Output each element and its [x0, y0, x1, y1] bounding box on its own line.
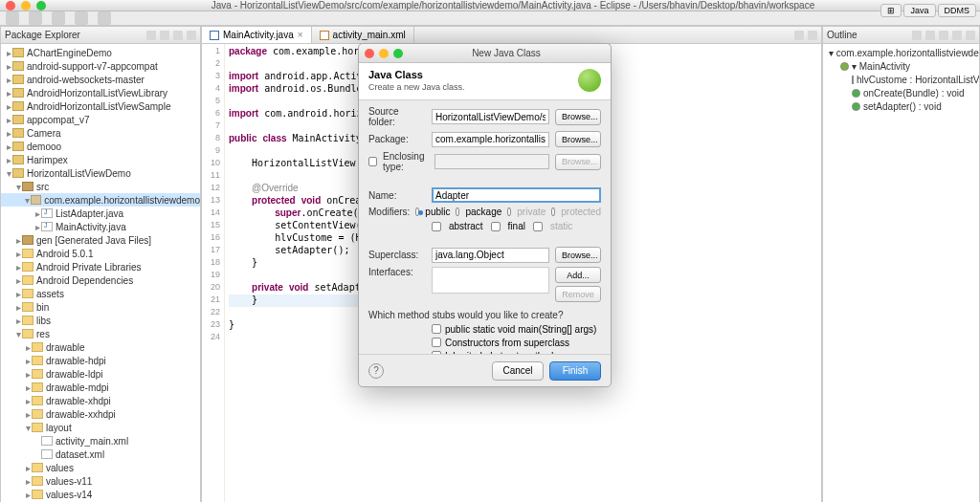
editor-tab-activitymain[interactable]: activity_main.xml — [312, 27, 414, 43]
debug-icon[interactable] — [75, 11, 88, 25]
tree-item[interactable]: ▸drawable — [1, 340, 200, 354]
modifier-protected-radio — [551, 207, 555, 216]
tree-item[interactable]: ▸Android Private Libraries — [1, 260, 200, 273]
new-java-class-dialog: New Java Class Java Class Create a new J… — [358, 43, 612, 387]
view-menu-icon[interactable] — [173, 31, 183, 40]
tree-item[interactable]: ▸bin — [1, 300, 200, 314]
tree-item[interactable]: ▸values-v11 — [1, 474, 200, 488]
tree-item[interactable]: ▸AChartEngineDemo — [1, 46, 200, 59]
tree-item[interactable]: activity_main.xml — [1, 434, 200, 447]
help-icon[interactable]: ? — [368, 363, 384, 379]
search-icon[interactable] — [98, 11, 111, 25]
editor-tabs: MainActivity.java × activity_main.xml — [202, 27, 821, 44]
editor-tab-mainactivity[interactable]: MainActivity.java × — [202, 27, 312, 43]
tree-item[interactable]: ▸Android 5.0.1 — [1, 247, 200, 260]
tree-item[interactable]: ▾src — [1, 180, 200, 193]
modifier-final-checkbox[interactable] — [491, 222, 501, 231]
view-menu-icon[interactable] — [952, 31, 962, 40]
class-icon — [578, 69, 601, 92]
tree-item[interactable]: ▸Harimpex — [1, 153, 200, 166]
cancel-button[interactable]: Cancel — [492, 361, 544, 381]
outline-item[interactable]: ▾ com.example.horizontallistviewdemo — [823, 46, 979, 59]
tree-item[interactable]: ▸ListAdapter.java — [1, 207, 200, 220]
tree-item[interactable]: ▸appcompat_v7 — [1, 113, 200, 126]
hide-fields-icon[interactable] — [925, 31, 935, 40]
tree-item[interactable]: ▸drawable-hdpi — [1, 354, 200, 367]
tree-item[interactable]: ▸android-websockets-master — [1, 73, 200, 86]
outline-item[interactable]: onCreate(Bundle) : void — [823, 86, 979, 99]
name-input[interactable] — [432, 187, 601, 203]
tree-item[interactable]: dataset.xml — [1, 447, 200, 461]
zoom-icon[interactable] — [36, 1, 46, 11]
close-icon[interactable] — [6, 1, 15, 11]
perspective-ddms[interactable]: DDMS — [938, 4, 977, 17]
package-input[interactable] — [432, 132, 549, 147]
maximize-editor-icon[interactable] — [808, 31, 817, 40]
browse-source-folder-button[interactable]: Browse... — [555, 109, 601, 125]
source-folder-label: Source folder: — [368, 106, 426, 127]
outline-panel: Outline ▾ com.example.horizontallistview… — [822, 26, 980, 502]
stub-checkbox[interactable] — [432, 324, 441, 334]
tree-item[interactable]: ▸MainActivity.java — [1, 220, 200, 233]
minimize-editor-icon[interactable] — [794, 31, 804, 40]
tree-item[interactable]: ▸AndroidHorizontalListViewLibrary — [1, 86, 200, 99]
outline-tree[interactable]: ▾ com.example.horizontallistviewdemo▾ Ma… — [823, 44, 979, 502]
save-icon[interactable] — [29, 11, 42, 25]
tree-item[interactable]: ▸drawable-ldpi — [1, 367, 200, 381]
tree-item[interactable]: ▸drawable-mdpi — [1, 381, 200, 394]
open-perspective-button[interactable]: ⊞ — [880, 4, 902, 17]
sort-icon[interactable] — [912, 31, 922, 40]
modifier-package-radio[interactable] — [456, 207, 459, 216]
tree-item[interactable]: ▸AndroidHorizontalListViewSample — [1, 99, 200, 113]
stub-checkbox[interactable] — [432, 338, 441, 347]
enclosing-type-checkbox[interactable] — [368, 157, 377, 166]
minimize-view-icon[interactable] — [966, 31, 975, 40]
perspective-java[interactable]: Java — [903, 4, 935, 17]
superclass-input[interactable] — [432, 248, 549, 263]
window-titlebar: Java - HorizontalListViewDemo/src/com/ex… — [0, 0, 980, 11]
finish-button[interactable]: Finish — [549, 361, 601, 381]
tree-item[interactable]: ▸android-support-v7-appcompat — [1, 59, 200, 73]
minimize-icon[interactable] — [21, 1, 31, 11]
tree-item[interactable]: ▾res — [1, 327, 200, 340]
modifier-public-radio[interactable] — [415, 207, 419, 216]
collapse-all-icon[interactable] — [146, 31, 156, 40]
close-tab-icon[interactable]: × — [298, 30, 303, 40]
editor-tab-label: activity_main.xml — [333, 30, 406, 40]
tree-item[interactable]: ▸values — [1, 461, 200, 474]
tree-item[interactable]: ▾layout — [1, 421, 200, 434]
package-explorer-tree[interactable]: ▸AChartEngineDemo▸android-support-v7-app… — [1, 44, 200, 502]
outline-item[interactable]: ▾ MainActivity — [823, 59, 979, 73]
add-interface-button[interactable]: Add... — [555, 267, 601, 283]
dialog-zoom-icon[interactable] — [393, 49, 403, 58]
source-folder-input[interactable] — [432, 109, 549, 124]
tree-item[interactable]: ▸assets — [1, 287, 200, 300]
interfaces-list[interactable] — [432, 267, 549, 294]
tree-item[interactable]: ▸Android Dependencies — [1, 273, 200, 287]
package-explorer-tab[interactable]: Package Explorer — [5, 30, 80, 40]
tree-item[interactable]: ▸drawable-xhdpi — [1, 394, 200, 407]
outline-item[interactable]: setAdapter() : void — [823, 99, 979, 113]
run-icon[interactable] — [52, 11, 65, 25]
link-editor-icon[interactable] — [160, 31, 169, 40]
browse-package-button[interactable]: Browse... — [555, 131, 601, 147]
new-icon[interactable] — [6, 11, 19, 25]
hide-static-icon[interactable] — [939, 31, 948, 40]
tree-item[interactable]: ▸Camera — [1, 126, 200, 140]
tree-item[interactable]: ▸gen [Generated Java Files] — [1, 233, 200, 247]
browse-superclass-button[interactable]: Browse... — [555, 247, 601, 263]
tree-item[interactable]: ▾com.example.horizontallistviewdemo — [1, 193, 200, 207]
modifier-static-checkbox — [533, 222, 543, 231]
tree-item[interactable]: ▸libs — [1, 314, 200, 327]
modifier-abstract-checkbox[interactable] — [432, 222, 441, 231]
tree-item[interactable]: ▸values-v14 — [1, 488, 200, 501]
outline-tab[interactable]: Outline — [827, 30, 858, 40]
xml-file-icon — [320, 31, 329, 40]
minimize-view-icon[interactable] — [187, 31, 196, 40]
tree-item[interactable]: ▾HorizontalListViewDemo — [1, 166, 200, 180]
dialog-close-icon[interactable] — [365, 49, 374, 58]
outline-item[interactable]: hlvCustome : HorizontalListView — [823, 73, 979, 86]
tree-item[interactable]: ▸demooo — [1, 140, 200, 153]
tree-item[interactable]: ▸drawable-xxhdpi — [1, 407, 200, 421]
dialog-minimize-icon[interactable] — [379, 49, 389, 58]
